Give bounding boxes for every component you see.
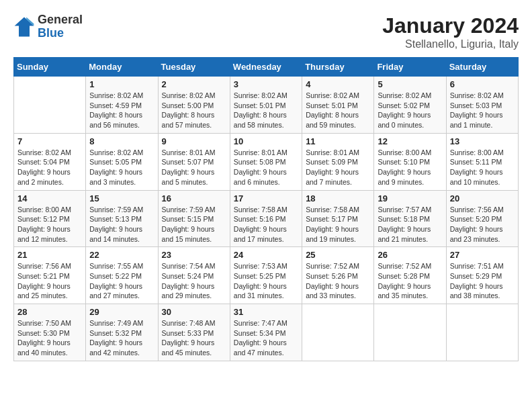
day-info: Sunrise: 7:58 AMSunset: 5:16 PMDaylight:… [234,205,298,244]
day-number: 14 [17,193,82,203]
calendar-cell: 31Sunrise: 7:47 AMSunset: 5:34 PMDayligh… [230,304,302,361]
week-row-1: 1Sunrise: 8:02 AMSunset: 4:59 PMDaylight… [14,77,519,134]
calendar-cell: 20Sunrise: 7:56 AMSunset: 5:20 PMDayligh… [446,190,518,247]
day-info: Sunrise: 8:01 AMSunset: 5:08 PMDaylight:… [234,148,298,187]
day-number: 8 [89,136,154,146]
day-info: Sunrise: 7:54 AMSunset: 5:24 PMDaylight:… [162,261,226,301]
logo-blue-text: Blue [38,26,64,40]
calendar-cell: 11Sunrise: 8:01 AMSunset: 5:09 PMDayligh… [302,133,374,190]
logo-icon [13,16,35,38]
location: Stellanello, Liguria, Italy [382,38,519,50]
day-number: 4 [306,79,370,89]
weekday-header-sunday: Sunday [14,58,86,77]
day-info: Sunrise: 7:47 AMSunset: 5:34 PMDaylight:… [234,318,298,358]
day-info: Sunrise: 7:52 AMSunset: 5:28 PMDaylight:… [378,261,442,301]
day-number: 20 [450,193,515,203]
calendar-cell: 9Sunrise: 8:01 AMSunset: 5:07 PMDaylight… [158,133,230,190]
weekday-header-saturday: Saturday [446,58,518,77]
weekday-header-tuesday: Tuesday [158,58,230,77]
calendar-cell: 27Sunrise: 7:51 AMSunset: 5:29 PMDayligh… [446,247,518,304]
month-title: January 2024 [382,13,519,38]
day-number: 27 [450,250,515,260]
calendar-cell: 10Sunrise: 8:01 AMSunset: 5:08 PMDayligh… [230,133,302,190]
day-info: Sunrise: 7:59 AMSunset: 5:15 PMDaylight:… [162,205,226,244]
day-info: Sunrise: 8:02 AMSunset: 5:00 PMDaylight:… [162,91,226,130]
day-number: 30 [162,307,226,317]
calendar-cell [14,77,86,134]
day-number: 18 [306,193,370,203]
calendar-cell: 14Sunrise: 8:00 AMSunset: 5:12 PMDayligh… [14,190,86,247]
calendar-cell: 30Sunrise: 7:48 AMSunset: 5:33 PMDayligh… [158,304,230,361]
day-info: Sunrise: 7:52 AMSunset: 5:26 PMDaylight:… [306,261,370,301]
day-info: Sunrise: 8:00 AMSunset: 5:12 PMDaylight:… [17,205,82,244]
day-info: Sunrise: 7:53 AMSunset: 5:25 PMDaylight:… [234,261,298,301]
day-info: Sunrise: 8:01 AMSunset: 5:07 PMDaylight:… [162,148,226,187]
day-info: Sunrise: 7:48 AMSunset: 5:33 PMDaylight:… [162,318,226,358]
calendar-cell: 12Sunrise: 8:00 AMSunset: 5:10 PMDayligh… [374,133,446,190]
day-number: 16 [162,193,226,203]
calendar-cell: 8Sunrise: 8:02 AMSunset: 5:05 PMDaylight… [86,133,158,190]
weekday-header-monday: Monday [86,58,158,77]
day-info: Sunrise: 7:55 AMSunset: 5:22 PMDaylight:… [89,261,154,301]
calendar-cell: 15Sunrise: 7:59 AMSunset: 5:13 PMDayligh… [86,190,158,247]
day-number: 25 [306,250,370,260]
calendar-cell: 19Sunrise: 7:57 AMSunset: 5:18 PMDayligh… [374,190,446,247]
day-info: Sunrise: 8:02 AMSunset: 4:59 PMDaylight:… [89,91,154,130]
weekday-header-friday: Friday [374,58,446,77]
day-number: 10 [234,136,298,146]
day-number: 26 [378,250,442,260]
day-number: 11 [306,136,370,146]
logo-general-text: General [38,13,83,26]
day-info: Sunrise: 7:49 AMSunset: 5:32 PMDaylight:… [89,318,154,358]
day-number: 19 [378,193,442,203]
day-info: Sunrise: 7:58 AMSunset: 5:17 PMDaylight:… [306,205,370,244]
calendar-cell [446,304,518,361]
day-number: 24 [234,250,298,260]
day-number: 22 [89,250,154,260]
calendar-cell: 24Sunrise: 7:53 AMSunset: 5:25 PMDayligh… [230,247,302,304]
week-row-5: 28Sunrise: 7:50 AMSunset: 5:30 PMDayligh… [14,304,519,361]
week-row-3: 14Sunrise: 8:00 AMSunset: 5:12 PMDayligh… [14,190,519,247]
day-info: Sunrise: 8:02 AMSunset: 5:02 PMDaylight:… [378,91,442,130]
calendar-cell: 18Sunrise: 7:58 AMSunset: 5:17 PMDayligh… [302,190,374,247]
calendar-cell: 26Sunrise: 7:52 AMSunset: 5:28 PMDayligh… [374,247,446,304]
calendar-cell: 17Sunrise: 7:58 AMSunset: 5:16 PMDayligh… [230,190,302,247]
calendar-cell [374,304,446,361]
calendar-cell: 29Sunrise: 7:49 AMSunset: 5:32 PMDayligh… [86,304,158,361]
day-info: Sunrise: 7:56 AMSunset: 5:20 PMDaylight:… [450,205,515,244]
calendar-cell: 5Sunrise: 8:02 AMSunset: 5:02 PMDaylight… [374,77,446,134]
calendar-cell: 3Sunrise: 8:02 AMSunset: 5:01 PMDaylight… [230,77,302,134]
day-number: 7 [17,136,82,146]
day-number: 13 [450,136,515,146]
week-row-2: 7Sunrise: 8:02 AMSunset: 5:04 PMDaylight… [14,133,519,190]
calendar-cell: 6Sunrise: 8:02 AMSunset: 5:03 PMDaylight… [446,77,518,134]
logo: General Blue [13,13,83,40]
day-info: Sunrise: 8:02 AMSunset: 5:01 PMDaylight:… [234,91,298,130]
day-number: 2 [162,79,226,89]
day-number: 12 [378,136,442,146]
page-header: General Blue January 2024 Stellanello, L… [13,13,519,50]
calendar-table: SundayMondayTuesdayWednesdayThursdayFrid… [13,57,519,361]
svg-marker-0 [15,17,34,36]
day-number: 9 [162,136,226,146]
calendar-cell: 7Sunrise: 8:02 AMSunset: 5:04 PMDaylight… [14,133,86,190]
day-number: 15 [89,193,154,203]
day-info: Sunrise: 7:50 AMSunset: 5:30 PMDaylight:… [17,318,82,358]
calendar-cell: 21Sunrise: 7:56 AMSunset: 5:21 PMDayligh… [14,247,86,304]
calendar-cell: 4Sunrise: 8:02 AMSunset: 5:01 PMDaylight… [302,77,374,134]
day-number: 28 [17,307,82,317]
day-info: Sunrise: 7:59 AMSunset: 5:13 PMDaylight:… [89,205,154,244]
day-number: 23 [162,250,226,260]
day-number: 21 [17,250,82,260]
calendar-cell: 1Sunrise: 8:02 AMSunset: 4:59 PMDaylight… [86,77,158,134]
day-number: 17 [234,193,298,203]
weekday-header-thursday: Thursday [302,58,374,77]
calendar-cell: 25Sunrise: 7:52 AMSunset: 5:26 PMDayligh… [302,247,374,304]
day-number: 1 [89,79,154,89]
day-number: 31 [234,307,298,317]
calendar-cell: 23Sunrise: 7:54 AMSunset: 5:24 PMDayligh… [158,247,230,304]
day-info: Sunrise: 8:02 AMSunset: 5:05 PMDaylight:… [89,148,154,187]
day-info: Sunrise: 7:56 AMSunset: 5:21 PMDaylight:… [17,261,82,301]
day-number: 3 [234,79,298,89]
day-info: Sunrise: 8:01 AMSunset: 5:09 PMDaylight:… [306,148,370,187]
